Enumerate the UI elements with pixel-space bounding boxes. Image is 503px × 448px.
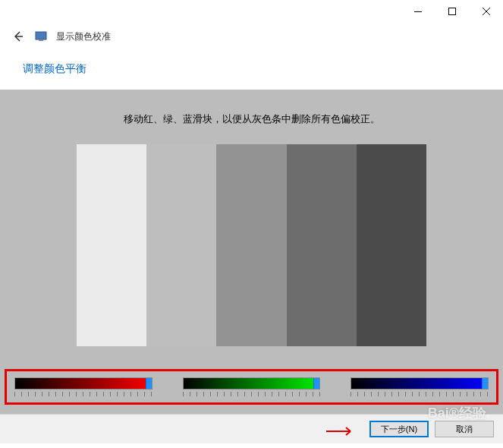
gray-swatch-1 — [77, 144, 146, 346]
blue-slider-thumb[interactable] — [482, 377, 489, 390]
maximize-button[interactable] — [435, 0, 469, 23]
header: 显示颜色校准 — [0, 23, 503, 55]
svg-rect-0 — [414, 11, 422, 12]
blue-slider-scale — [351, 392, 489, 396]
sliders-container — [5, 369, 498, 405]
svg-rect-1 — [448, 8, 455, 15]
titlebar — [0, 0, 503, 23]
red-slider[interactable] — [14, 377, 152, 396]
green-slider[interactable] — [183, 377, 321, 396]
cancel-button[interactable]: 取消 — [435, 421, 494, 437]
minimize-button[interactable] — [401, 0, 435, 23]
instruction-text: 移动红、绿、蓝滑块，以便从灰色条中删除所有色偏校正。 — [0, 112, 503, 126]
blue-slider-track — [351, 377, 489, 390]
green-slider-thumb[interactable] — [313, 377, 320, 390]
footer: 下一步(N) 取消 — [0, 414, 503, 443]
window-title: 显示颜色校准 — [56, 30, 111, 43]
app-icon — [35, 30, 47, 43]
red-slider-scale — [14, 392, 152, 396]
arrow-annotation-icon — [326, 424, 357, 440]
back-button[interactable] — [11, 29, 26, 44]
svg-rect-2 — [36, 32, 46, 39]
next-button[interactable]: 下一步(N) — [369, 421, 429, 437]
section-title: 调整颜色平衡 — [0, 55, 503, 90]
content-area: 移动红、绿、蓝滑块，以便从灰色条中删除所有色偏校正。 — [0, 90, 503, 414]
red-slider-thumb[interactable] — [146, 377, 152, 390]
green-slider-scale — [183, 392, 321, 396]
gray-swatch-4 — [287, 144, 357, 346]
gray-swatch-3 — [216, 144, 286, 346]
red-slider-track — [14, 377, 152, 390]
gray-swatch-5 — [357, 144, 426, 346]
green-slider-track — [183, 377, 321, 390]
blue-slider[interactable] — [351, 377, 489, 396]
gray-strip — [77, 144, 426, 346]
gray-swatch-2 — [146, 144, 216, 346]
svg-rect-3 — [39, 39, 43, 41]
close-button[interactable] — [469, 0, 503, 23]
